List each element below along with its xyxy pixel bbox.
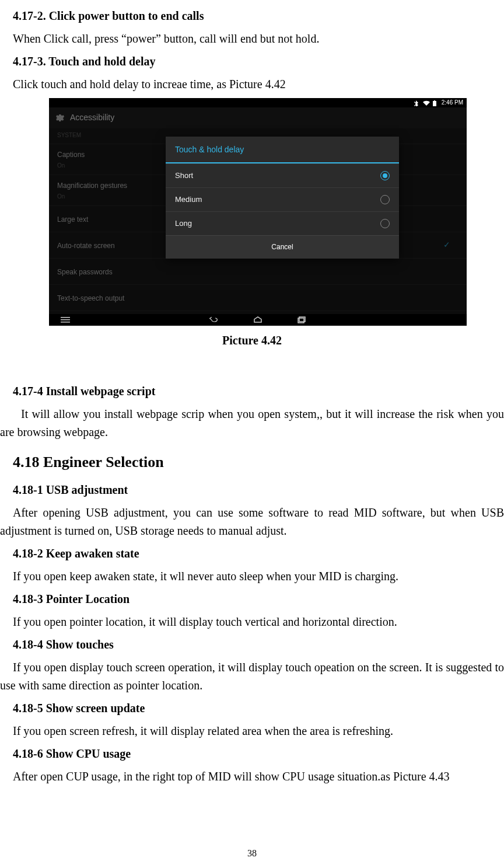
heading-4-18-4: 4.18-4 Show touches: [0, 636, 504, 654]
svg-rect-4: [61, 322, 70, 323]
radio-selected-icon: [380, 171, 390, 180]
heading-4-18-2: 4.18-2 Keep awaken state: [0, 545, 504, 563]
heading-4-18: 4.18 Engineer Selection: [13, 451, 504, 474]
heading-4-18-5: 4.18-5 Show screen update: [0, 699, 504, 717]
heading-4-17-2: 4.17-2. Click power button to end calls: [0, 7, 504, 25]
nav-menu-icon[interactable]: [61, 316, 70, 323]
caption-picture-4-42: Picture 4.42: [0, 332, 504, 350]
heading-4-17-4: 4.17-4 Install webpage script: [0, 382, 504, 400]
heading-4-18-6: 4.18-6 Show CPU usage: [0, 745, 504, 763]
dialog-option-short[interactable]: Short: [166, 163, 399, 187]
heading-4-18-1: 4.18-1 USB adjustment: [0, 481, 504, 499]
body-4-18-2: If you open keep awaken state, it wll ne…: [0, 567, 504, 585]
heading-4-18-3: 4.18-3 Pointer Location: [0, 590, 504, 608]
svg-rect-3: [61, 319, 70, 320]
nav-recent-icon[interactable]: [298, 316, 307, 323]
svg-rect-2: [61, 317, 70, 318]
page-number: 38: [0, 846, 504, 861]
nav-bar: [49, 314, 467, 326]
svg-rect-1: [434, 100, 435, 101]
body-4-18-6: After open CUP usage, in the right top o…: [0, 768, 504, 786]
body-4-18-5: If you open screen refresh, it will disp…: [0, 722, 504, 740]
wifi-icon: [423, 100, 429, 106]
screenshot-android-accessibility: 2:46 PM Accessibility SYSTEM Captions On…: [49, 98, 467, 326]
radio-unselected-icon: [380, 195, 390, 204]
radio-unselected-icon: [380, 219, 390, 228]
body-4-18-3: If you open pointer location, it will di…: [0, 613, 504, 631]
status-bar: 2:46 PM: [49, 98, 467, 107]
dialog-option-label: Medium: [175, 194, 202, 205]
dialog-option-label: Long: [175, 218, 192, 229]
nav-home-icon[interactable]: [253, 316, 262, 323]
body-4-17-3: Click touch and hold delay to increae ti…: [0, 75, 504, 93]
spacer: [0, 364, 504, 378]
body-4-17-2: When Click call, press “power” button, c…: [0, 30, 504, 48]
status-time: 2:46 PM: [442, 98, 463, 107]
body-4-18-1: After opening USB adjustment, you can us…: [0, 504, 504, 540]
body-4-18-4: If you open display touch screen operati…: [0, 658, 504, 695]
dialog-option-label: Short: [175, 170, 193, 182]
page: 4.17-2. Click power button to end calls …: [0, 0, 504, 868]
nav-back-icon[interactable]: [209, 316, 218, 323]
heading-4-17-3: 4.17-3. Touch and hold delay: [0, 53, 504, 71]
body-4-17-4: It will allow you install webpage scrip …: [0, 405, 504, 441]
dialog-option-medium[interactable]: Medium: [166, 187, 399, 211]
svg-rect-0: [433, 101, 436, 106]
dialog-title: Touch & hold delay: [166, 137, 399, 163]
dialog-option-long[interactable]: Long: [166, 211, 399, 235]
battery-icon: [432, 100, 438, 106]
dialog-cancel-button[interactable]: Cancel: [166, 235, 399, 259]
bluetooth-icon: [414, 100, 419, 106]
dialog-touch-hold-delay: Touch & hold delay Short Medium Long Can…: [166, 137, 399, 259]
